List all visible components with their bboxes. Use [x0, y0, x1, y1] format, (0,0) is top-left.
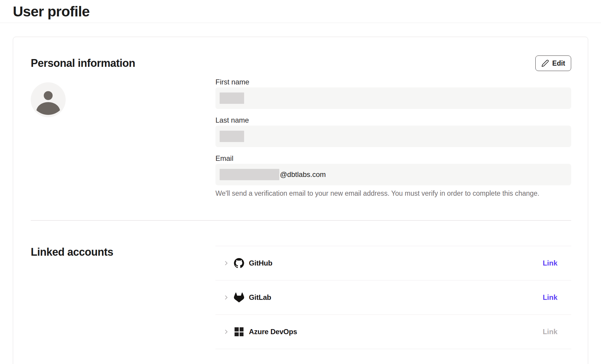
avatar: [31, 82, 66, 117]
personal-info-heading: Personal information: [31, 57, 135, 70]
account-name: GitLab: [249, 293, 271, 302]
edit-button[interactable]: Edit: [535, 55, 571, 71]
github-link-action[interactable]: Link: [543, 259, 557, 267]
account-row-github[interactable]: GitHub Link: [215, 246, 571, 280]
profile-card: Personal information Edit First name: [13, 37, 588, 364]
linked-accounts-heading-column: Linked accounts: [31, 246, 215, 349]
gitlab-link-action[interactable]: Link: [543, 293, 557, 302]
last-name-field: [215, 126, 571, 147]
chevron-right-icon[interactable]: [223, 328, 229, 335]
personal-info-body: First name Last name Email @dbtlabs.com …: [31, 77, 571, 197]
avatar-column: [31, 77, 215, 197]
email-helper-text: We'll send a verification email to your …: [215, 189, 571, 197]
section-divider: [31, 220, 571, 221]
pencil-icon: [541, 59, 549, 67]
azure-devops-link-action: Link: [543, 328, 557, 336]
linked-accounts-heading: Linked accounts: [31, 246, 215, 258]
edit-button-label: Edit: [552, 59, 565, 67]
email-redacted-value: [220, 169, 279, 180]
first-name-redacted-value: [220, 92, 244, 104]
linked-accounts-list: GitHub Link GitLab Link: [215, 246, 571, 349]
last-name-label: Last name: [215, 115, 571, 125]
email-domain-suffix: @dbtlabs.com: [280, 170, 326, 179]
email-field: @dbtlabs.com: [215, 164, 571, 185]
gitlab-icon: [234, 292, 244, 303]
account-name: GitHub: [249, 259, 272, 267]
account-row-azure-devops[interactable]: Azure DevOps Link: [215, 315, 571, 349]
first-name-field: [215, 87, 571, 109]
github-icon: [234, 258, 244, 269]
last-name-redacted-value: [220, 131, 244, 142]
linked-accounts-section: Linked accounts GitHub Link: [31, 246, 571, 349]
chevron-right-icon[interactable]: [223, 294, 229, 301]
personal-info-header: Personal information Edit: [31, 55, 571, 71]
account-row-gitlab[interactable]: GitLab Link: [215, 280, 571, 315]
page-title: User profile: [13, 3, 90, 20]
first-name-label: First name: [215, 77, 571, 87]
form-column: First name Last name Email @dbtlabs.com …: [215, 77, 571, 197]
account-name: Azure DevOps: [249, 328, 297, 336]
azure-devops-icon: [234, 326, 244, 337]
email-label: Email: [215, 154, 571, 163]
page-header: User profile: [0, 0, 601, 23]
chevron-right-icon[interactable]: [223, 260, 229, 266]
